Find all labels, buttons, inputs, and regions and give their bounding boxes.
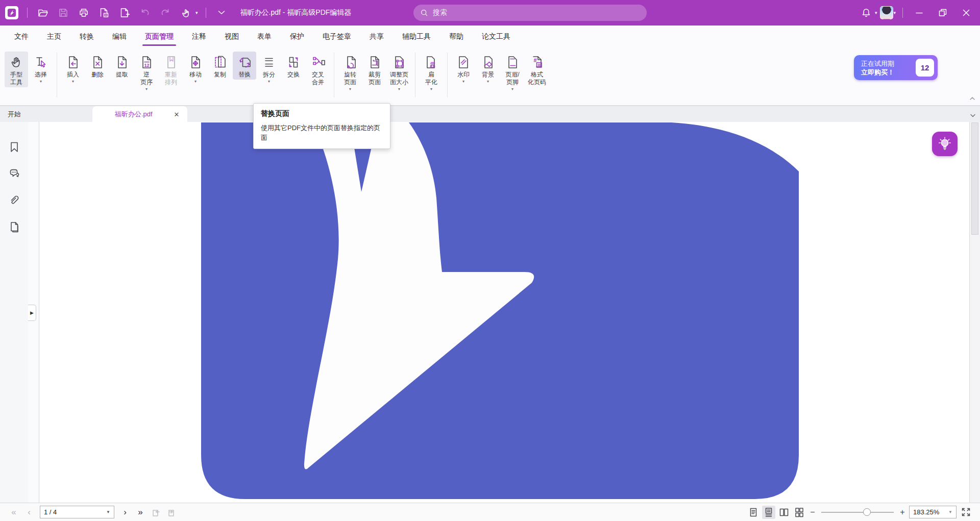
reverse-icon: 12 bbox=[139, 55, 154, 70]
assistant-lightbulb-button[interactable] bbox=[932, 132, 958, 156]
duplicate-pages-button[interactable]: 复制 bbox=[208, 52, 232, 80]
ribbon-button-label: 删除 bbox=[91, 71, 104, 79]
avatar-dropdown-caret[interactable]: ▾ bbox=[893, 10, 896, 15]
continuous-view-button[interactable] bbox=[762, 506, 775, 519]
page-number-caret-icon[interactable]: ▼ bbox=[106, 510, 110, 514]
delete-pages-button[interactable]: 删除 bbox=[86, 52, 109, 80]
attachment-icon bbox=[8, 193, 21, 207]
swap-pages-button[interactable]: 交换 bbox=[282, 52, 305, 80]
ribbon-separator bbox=[447, 53, 448, 97]
facing-continuous-view-button[interactable] bbox=[793, 506, 806, 519]
menu-item-14[interactable]: 论文工具 bbox=[475, 30, 517, 46]
bookmarks-panel-button[interactable] bbox=[5, 137, 24, 157]
bell-dropdown-caret[interactable]: ▾ bbox=[875, 10, 877, 15]
view-mode-group bbox=[747, 506, 806, 519]
user-avatar[interactable] bbox=[880, 6, 893, 19]
tab-start[interactable]: 开始 bbox=[0, 106, 92, 122]
hand-tool-button[interactable]: 手型工具 bbox=[5, 52, 28, 87]
dropdown-caret-icon: ▾ bbox=[511, 87, 513, 91]
open-folder-icon bbox=[37, 7, 48, 18]
replace-pages-button[interactable]: 替换 bbox=[233, 52, 256, 80]
last-page-button[interactable]: » bbox=[134, 507, 147, 517]
comments-panel-button[interactable] bbox=[5, 164, 24, 183]
ribbon-button-label: 背景 bbox=[482, 71, 494, 79]
zoom-level-value: 183.25% bbox=[913, 508, 939, 516]
pages-panel-button[interactable] bbox=[5, 217, 24, 236]
vertical-scrollbar[interactable] bbox=[969, 122, 980, 503]
zoom-level-input[interactable]: 183.25% ▼ bbox=[909, 506, 957, 518]
statusbar: « ‹ 1 / 4 ▼ › » − + 183.25% ▼ bbox=[0, 503, 980, 521]
menu-item-9[interactable]: 保护 bbox=[283, 30, 311, 46]
tooltip-body: 使用其它PDF文件中的页面替换指定的页面 bbox=[261, 123, 383, 142]
previous-view-button[interactable] bbox=[149, 507, 162, 518]
notification-bell-icon[interactable] bbox=[857, 4, 875, 21]
zoom-caret-icon[interactable]: ▼ bbox=[948, 510, 952, 514]
collapse-ribbon-icon[interactable] bbox=[969, 94, 976, 103]
chevron-down-icon[interactable] bbox=[213, 4, 230, 21]
previous-page-button[interactable]: ‹ bbox=[22, 507, 36, 517]
tab-list-caret-icon[interactable] bbox=[970, 111, 976, 120]
split-button[interactable]: 拆分▾ bbox=[257, 52, 281, 85]
insert-pages-button[interactable]: 插入▾ bbox=[61, 52, 85, 85]
rotate-pages-button[interactable]: 旋转页面▾ bbox=[338, 52, 362, 92]
minimize-button[interactable] bbox=[909, 4, 930, 22]
menu-item-2[interactable]: 主页 bbox=[40, 30, 68, 46]
header-footer-button[interactable]: 页眉/页脚▾ bbox=[501, 52, 524, 92]
menu-item-10[interactable]: 电子签章 bbox=[316, 30, 358, 46]
zoom-out-button[interactable]: − bbox=[809, 508, 816, 517]
move-pages-button[interactable]: 移动▾ bbox=[184, 52, 207, 85]
menu-item-4[interactable]: 编辑 bbox=[106, 30, 133, 46]
trial-purchase-banner[interactable]: 正在试用期 立即购买！ 12 bbox=[854, 55, 938, 80]
save-icon bbox=[58, 7, 69, 18]
trial-text: 正在试用期 立即购买！ bbox=[854, 59, 894, 77]
interleave-merge-button[interactable]: 交叉合并 bbox=[306, 52, 330, 87]
next-page-button[interactable]: › bbox=[118, 507, 132, 517]
print-button[interactable] bbox=[75, 4, 92, 21]
tab-document-active[interactable]: 福昕办公.pdf ✕ bbox=[92, 106, 187, 122]
watermark-button[interactable]: 水印▾ bbox=[452, 52, 475, 85]
search-icon bbox=[420, 8, 429, 17]
page-number-input[interactable]: 1 / 4 ▼ bbox=[40, 506, 114, 518]
menu-item-6[interactable]: 注释 bbox=[185, 30, 213, 46]
attachments-panel-button[interactable] bbox=[5, 190, 24, 210]
open-button[interactable] bbox=[34, 4, 52, 21]
select-button[interactable]: 选择▾ bbox=[29, 52, 53, 85]
next-view-button[interactable] bbox=[164, 507, 178, 518]
tab-close-icon[interactable]: ✕ bbox=[172, 110, 181, 119]
menu-item-8[interactable]: 表单 bbox=[251, 30, 278, 46]
menu-item-1[interactable]: 文件 bbox=[8, 30, 35, 46]
menu-item-7[interactable]: 视图 bbox=[218, 30, 246, 46]
menu-item-12[interactable]: 辅助工具 bbox=[396, 30, 437, 46]
extract-pages-button[interactable]: 提取 bbox=[110, 52, 134, 80]
single-page-view-button[interactable] bbox=[747, 506, 760, 519]
close-document-button[interactable] bbox=[95, 4, 113, 21]
background-button[interactable]: 背景▾ bbox=[476, 52, 500, 85]
close-button[interactable] bbox=[955, 4, 977, 22]
menu-item-5[interactable]: 页面管理 bbox=[138, 30, 180, 46]
crossmerge-icon bbox=[310, 55, 326, 70]
first-page-button[interactable]: « bbox=[7, 507, 20, 517]
crop-pages-button[interactable]: 裁剪页面 bbox=[363, 52, 386, 87]
fullscreen-button[interactable] bbox=[960, 506, 972, 518]
menu-item-13[interactable]: 帮助 bbox=[443, 30, 470, 46]
reverse-page-order-button[interactable]: 12逆页序▾ bbox=[135, 52, 158, 92]
redo-icon bbox=[160, 7, 171, 18]
resize-pages-button[interactable]: 调整页面大小▾ bbox=[387, 52, 411, 92]
restore-button[interactable] bbox=[932, 4, 953, 22]
menu-item-11[interactable]: 共享 bbox=[363, 30, 390, 46]
search-input[interactable]: 搜索 bbox=[413, 5, 647, 21]
pdf-page bbox=[39, 122, 969, 503]
facing-view-button[interactable] bbox=[777, 506, 791, 519]
flatten-button[interactable]: 扁平化▾ bbox=[420, 52, 443, 92]
ribbon-button-label: 复制 bbox=[214, 71, 226, 79]
zoom-slider-thumb[interactable] bbox=[863, 508, 871, 516]
zoom-slider[interactable] bbox=[821, 507, 894, 517]
create-document-button[interactable] bbox=[116, 4, 133, 21]
hand-tool-dropdown-caret[interactable]: ▾ bbox=[195, 10, 198, 15]
hand-pointer-tool-button[interactable] bbox=[177, 4, 194, 21]
scrollbar-thumb[interactable] bbox=[971, 122, 978, 235]
format-page-number-button[interactable]: #格式化页码 bbox=[525, 52, 549, 87]
menu-item-3[interactable]: 转换 bbox=[73, 30, 101, 46]
zoom-in-button[interactable]: + bbox=[899, 508, 906, 517]
expand-panel-arrow[interactable]: ▶ bbox=[28, 305, 36, 321]
